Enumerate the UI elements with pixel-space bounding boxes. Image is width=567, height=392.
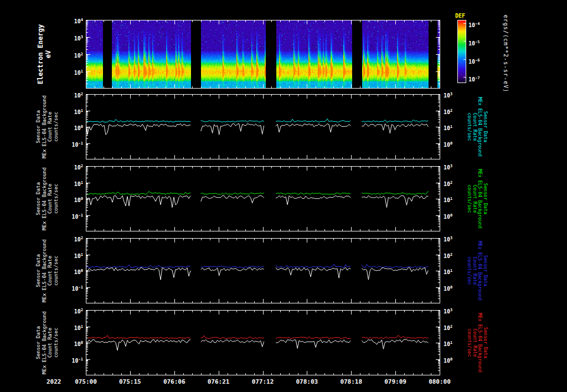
line-panel-2-right-tick-label: 102 <box>444 179 452 188</box>
line-panel-2-left-tick-label: 10-1 <box>72 212 83 220</box>
line-panel-4-right-tick-label: 101 <box>444 339 452 348</box>
label-line: counts/sec <box>53 239 59 302</box>
label-line: counts/sec <box>467 241 472 300</box>
label-line: Sensor Data <box>35 311 42 374</box>
line-panel-1-right-tick-label: 100 <box>444 140 452 148</box>
line-panel-3-left-tick-label: 100 <box>74 267 83 276</box>
label-line: counts/sec <box>467 313 472 372</box>
label-line: Count Rate <box>47 167 53 230</box>
line-panel-3-right-axis-label: Sensor Data MEx ELS-04 Background Count … <box>467 241 488 300</box>
line-panel-1-left-tick-label: 100 <box>74 123 83 132</box>
label-line: counts/sec <box>467 169 472 228</box>
label-line: counts/sec <box>53 311 59 374</box>
label-line: Count Rate <box>472 169 478 228</box>
colorbar-tick-label: 10-6 <box>468 57 480 65</box>
line-panel-1-left-tick-label: 102 <box>74 91 83 99</box>
line-panel-2-right-tick-label: 100 <box>444 212 452 220</box>
label-line: Count Rate <box>47 311 53 374</box>
x-axis-tick-label: 075:15 <box>119 378 141 385</box>
label-line: Count Rate <box>472 97 478 156</box>
line-panel-4-left-tick-label: 101 <box>74 323 83 332</box>
label-line: Count Rate <box>472 241 478 300</box>
line-panel-3-right-tick-label: 100 <box>444 284 452 292</box>
line-panel-1-right-tick-label: 102 <box>444 107 452 116</box>
line-panel-2-canvas <box>86 166 440 231</box>
line-panel-1-y-axis-label: Sensor Data MEx ELS-04 Background Count … <box>35 95 59 158</box>
line-panel-3-right-tick-label: 103 <box>444 235 452 243</box>
line-panel-1-left-tick-label: 101 <box>74 107 83 116</box>
x-axis-tick-label: 080:00 <box>429 378 451 385</box>
label-line: Sensor Data <box>35 95 42 158</box>
line-panel-1-left-tick-label: 10-1 <box>72 140 83 148</box>
spectrogram-y-axis-units: eV <box>44 24 52 84</box>
label-line: MEx ELS-04 Background <box>42 167 48 230</box>
spectrogram-y-tick-label: 104 <box>74 17 83 25</box>
colorbar-canvas <box>457 20 466 83</box>
line-panel-1-canvas <box>86 94 440 159</box>
label-line: MEx ELS-04 Background <box>42 95 48 158</box>
line-panel-2-y-axis-label: Sensor Data MEx ELS-04 Background Count … <box>35 167 59 230</box>
line-panel-4-right-axis-label: Sensor Data MEx ELS-04 Background Count … <box>467 313 488 372</box>
line-panel-3-right-tick-label: 101 <box>444 267 452 276</box>
x-axis-tick-label: 078:03 <box>296 378 318 385</box>
label-line: Sensor Data <box>483 169 488 228</box>
label-line: Sensor Data <box>35 167 42 230</box>
line-panel-3-left-tick-label: 10-1 <box>72 284 83 292</box>
label-line: Sensor Data <box>483 241 488 300</box>
line-panel-3-right-tick-label: 102 <box>444 251 452 260</box>
x-axis-tick-label: 079:09 <box>384 378 406 385</box>
x-axis-tick-label: 076:06 <box>163 378 185 385</box>
line-panel-2-right-tick-label: 103 <box>444 163 452 171</box>
label-line: Count Rate <box>472 313 478 372</box>
colorbar-tick-label: 10-7 <box>468 75 480 83</box>
spectrogram-canvas <box>86 20 440 89</box>
spectrogram-y-axis-label: Electron Energy eV <box>37 24 52 84</box>
x-axis-tick-label: 075:00 <box>75 378 97 385</box>
line-panel-4-canvas <box>86 310 440 375</box>
line-panel-2-right-tick-label: 101 <box>444 195 452 204</box>
x-axis-year-label: 2022 <box>47 378 61 385</box>
label-line: MEx ELS-04 Background <box>477 313 483 372</box>
line-panel-3-canvas <box>86 238 440 303</box>
line-panel-1-right-tick-label: 101 <box>444 123 452 132</box>
label-line: counts/sec <box>53 167 59 230</box>
line-panel-4-y-axis-label: Sensor Data MEx ELS-04 Background Count … <box>35 311 59 374</box>
line-panel-2-right-axis-label: Sensor Data MEx ELS-04 Background Count … <box>467 169 488 228</box>
label-line: Sensor Data <box>483 97 488 156</box>
line-panel-4-left-tick-label: 100 <box>74 339 83 348</box>
label-line: counts/sec <box>53 95 59 158</box>
spectrogram-y-tick-label: 101 <box>74 68 83 76</box>
spectrogram-y-tick-label: 102 <box>74 51 83 59</box>
line-panel-2-left-tick-label: 102 <box>74 163 83 171</box>
label-line: Count Rate <box>47 239 53 302</box>
label-line: MEx ELS-04 Background <box>477 169 483 228</box>
line-panel-1-right-tick-label: 103 <box>444 91 452 99</box>
label-line: MEx ELS-04 Background <box>42 311 48 374</box>
spectrogram-y-tick-label: 103 <box>74 34 83 42</box>
line-panel-3-left-tick-label: 102 <box>74 235 83 243</box>
label-line: MEx ELS-04 Background <box>42 239 48 302</box>
line-panel-4-right-tick-label: 100 <box>444 356 452 364</box>
colorbar-tick-label: 10-5 <box>468 39 480 47</box>
line-panel-4-left-tick-label: 10-1 <box>72 356 83 364</box>
line-panel-2-left-tick-label: 100 <box>74 195 83 204</box>
x-axis-tick-label: 076:21 <box>208 378 230 385</box>
x-axis-tick-label: 077:12 <box>252 378 274 385</box>
spectrogram-y-axis-label-text: Electron Energy <box>37 24 44 84</box>
line-panel-4-right-tick-label: 103 <box>444 307 452 315</box>
label-line: MEx ELS-04 Background <box>477 97 483 156</box>
line-panel-4-left-tick-label: 102 <box>74 307 83 315</box>
line-panel-1-right-axis-label: Sensor Data MEx ELS-04 Background Count … <box>467 97 488 156</box>
x-axis-tick-label: 078:18 <box>340 378 362 385</box>
label-line: Sensor Data <box>483 313 488 372</box>
label-line: Sensor Data <box>35 239 42 302</box>
colorbar-def-label: DEF <box>455 13 465 19</box>
colorbar-tick-label: 10-4 <box>468 20 480 29</box>
spectrogram-figure: MEx ELS-04 LR MEx ELS-04 HR Electron Ene… <box>0 0 567 392</box>
label-line: MEx ELS-04 Background <box>477 241 483 300</box>
line-panel-3-y-axis-label: Sensor Data MEx ELS-04 Background Count … <box>35 239 59 302</box>
line-panel-2-left-tick-label: 101 <box>74 179 83 188</box>
label-line: Count Rate <box>47 95 53 158</box>
colorbar-units-label: ergs/(cm**2-s-sr-eV) <box>503 15 509 92</box>
line-panel-3-left-tick-label: 101 <box>74 251 83 260</box>
